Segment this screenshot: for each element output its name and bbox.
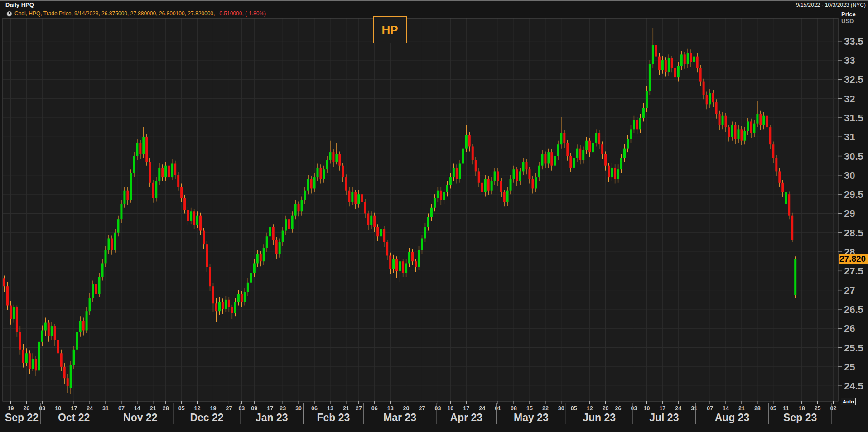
candle-body-down [674,68,676,77]
candle-body-up [234,302,236,313]
month-label: Apr 23 [450,412,482,423]
candle-body-down [684,54,686,64]
x-tick-label: 28 [754,405,761,412]
candle-body-up [506,191,509,202]
candle-body-up [494,171,496,181]
x-tick-label: 14 [723,405,729,412]
candle-body-down [222,302,224,309]
candle-body-down [3,278,5,286]
candle-body-up [592,143,594,152]
x-tick-label: 20 [603,405,609,412]
candle-body-down [361,194,363,202]
candle-body-down [715,102,718,114]
candle-body-down [29,353,31,369]
candle-body-down [750,121,752,133]
candle-body-down [531,179,534,188]
candle-body-down [63,367,66,378]
candle-body-up [291,216,294,229]
candle-body-down [319,168,322,179]
candle-body-down [376,227,379,236]
candle-body-down [601,144,603,154]
x-tick-label: 07 [118,405,125,412]
candle-body-down [781,183,784,192]
candle-body-up [294,204,297,215]
candle-body-down [775,158,777,172]
candle-body-down [696,57,699,68]
candle-body-down [95,284,97,294]
x-tick-label: 28 [163,405,169,412]
candle-body-down [345,177,347,191]
candle-body-up [611,168,613,177]
x-tick-label: 10 [643,405,650,412]
candle-body-down [791,216,793,240]
candle-body-down [342,166,344,177]
y-tick-label: 26.5 [844,304,863,315]
month-label: Feb 23 [317,412,350,423]
candle-body-down [260,254,262,261]
auto-scale-button[interactable]: Auto [841,398,856,405]
y-tick-label: 24.5 [844,380,863,392]
candle-body-up [785,192,787,204]
candle-body-down [503,192,506,202]
chart-window: Daily HPQ 9/15/2022 - 10/3/2023 (NYC) Cn… [0,0,868,432]
candle-body-down [481,183,483,192]
y-tick-label: 25.5 [844,342,863,354]
candle-body-down [550,152,553,166]
y-tick-label: 26 [844,323,855,334]
candle-body-up [630,129,632,139]
candle-body-up [576,149,578,158]
month-label: Mar 23 [383,412,416,423]
candle-body-up [661,60,664,70]
candlestick-chart[interactable]: 1926031017243107142128051219270309172330… [0,1,868,432]
candle-body-up [443,192,445,200]
x-tick-label: 31 [102,405,109,412]
candle-body-down [712,93,714,102]
candle-body-down [174,163,176,175]
candle-body-up [263,248,265,262]
candle-body-up [79,321,82,332]
candle-body-down [598,133,600,144]
candle-body-down [734,125,736,139]
candle-body-down [180,187,183,198]
candle-body-up [446,185,448,192]
candle-body-up [693,57,695,62]
candle-body-down [772,144,774,158]
x-tick-label: 06 [311,405,318,412]
x-tick-label: 30 [295,405,302,412]
candle-body-up [554,156,556,166]
candle-body-up [32,359,34,369]
legend-change-text: -0.510000, (-1.80%) [217,10,266,17]
x-tick-label: 05 [571,405,577,412]
candle-body-down [389,256,391,269]
y-tick-label: 30.5 [844,151,863,162]
candle-body-up [269,227,271,236]
y-tick-label: 32.5 [844,74,863,85]
candle-body-up [92,284,94,298]
candle-body-up [722,116,724,125]
candle-body-down [145,137,148,162]
candle-body-down [497,171,499,181]
candle-body-down [525,162,527,169]
candle-body-up [430,208,433,217]
x-tick-label: 21 [150,405,156,412]
candle-body-up [595,133,597,143]
candle-body-down [139,143,141,154]
candle-body-up [677,66,680,77]
candle-body-down [402,261,404,273]
x-tick-label: 30 [558,405,564,412]
candle-body-up [316,168,318,177]
candle-body-down [472,146,474,160]
candle-body-down [275,240,278,254]
candle-body-up [535,177,537,188]
candle-body-up [646,91,648,108]
candle-body-up [282,231,284,242]
candle-body-up [370,216,372,225]
security-legend[interactable]: Cndl, HPQ, Trade Price, 9/14/2023, 26.87… [6,10,266,17]
candle-body-up [256,254,259,263]
candle-body-up [547,152,550,163]
candle-body-up [164,166,167,177]
candle-body-down [475,160,477,171]
candle-body-down [367,213,369,225]
candle-body-up [753,124,755,133]
candle-body-down [544,154,546,163]
